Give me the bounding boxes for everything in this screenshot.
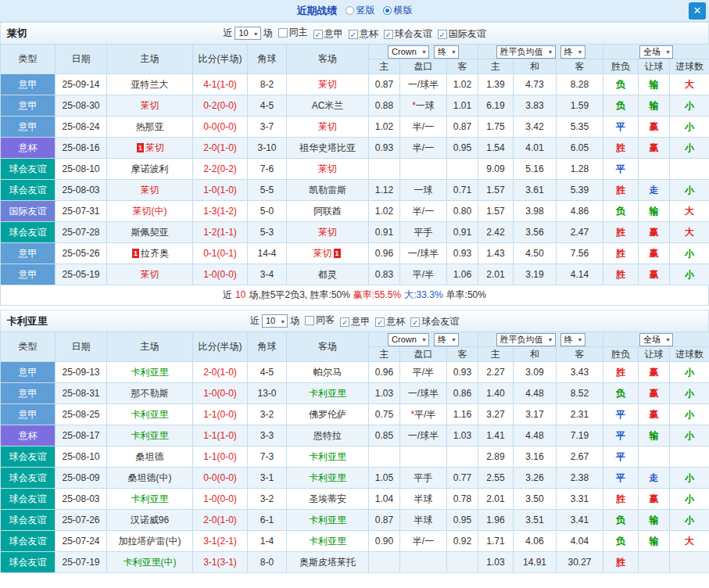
team-link[interactable]: 桑坦德(中) xyxy=(128,472,172,483)
team-link[interactable]: 莱切 xyxy=(145,142,164,153)
euro-home-odds-cell: 2.89 xyxy=(478,446,514,468)
team-link[interactable]: 莱切 xyxy=(141,269,159,280)
filter-checkbox[interactable]: ✓意甲 xyxy=(313,27,343,41)
radio-vertical-icon[interactable] xyxy=(346,6,354,15)
checkbox-icon[interactable] xyxy=(278,28,288,38)
team-link[interactable]: 帕尔马 xyxy=(313,367,342,378)
team-link[interactable]: 莱切 xyxy=(141,100,159,111)
filter-checkbox[interactable]: 同主 xyxy=(278,26,308,39)
wdl-average-select[interactable]: 胜平负均值 xyxy=(496,333,556,346)
col-euro-home: 主 xyxy=(478,347,514,362)
filter-checkbox[interactable]: ✓意杯 xyxy=(375,315,405,328)
filter-checkbox[interactable]: 同客 xyxy=(305,314,335,327)
checkbox-icon[interactable]: ✓ xyxy=(438,30,447,39)
team-link[interactable]: 圣埃蒂安 xyxy=(309,493,346,504)
team-link[interactable]: 卡利亚里(中) xyxy=(124,557,177,568)
final-odds-select[interactable]: 终 xyxy=(434,333,459,346)
league-cell: 球会友谊 xyxy=(1,159,56,180)
team-link[interactable]: 莱切 xyxy=(318,79,337,90)
date-cell: 25-08-09 xyxy=(56,468,107,489)
team-link[interactable]: 祖华史塔比亚 xyxy=(299,142,356,153)
asian-home-odds-cell: 0.91 xyxy=(369,222,400,243)
close-button[interactable]: ✕ xyxy=(689,2,706,20)
bookmaker-select[interactable]: Crown xyxy=(388,333,429,346)
col-result: 胜负 xyxy=(603,347,639,362)
final-odds-select[interactable]: 终 xyxy=(560,45,585,59)
team-link[interactable]: 莱切 xyxy=(318,121,337,132)
team-link[interactable]: 卡利亚里 xyxy=(309,451,346,462)
team-link[interactable]: 亚特兰大 xyxy=(131,79,169,90)
team-link[interactable]: 都灵 xyxy=(318,269,337,280)
team-link[interactable]: 卡利亚里 xyxy=(131,493,169,504)
final-odds-select[interactable]: 终 xyxy=(434,45,459,59)
table-row: 意甲25-08-24热那亚0-0(0-0)3-7莱切1.02半/一0.871.7… xyxy=(1,117,709,138)
filter-checkbox[interactable]: ✓意杯 xyxy=(349,27,378,41)
table-row: 意甲25-08-25卡利亚里1-1(0-0)3-2佛罗伦萨0.75*平/半1.1… xyxy=(1,404,709,425)
euro-home-odds-cell: 2.42 xyxy=(478,222,514,243)
radio-horizontal[interactable]: 横版 xyxy=(383,4,413,17)
checkbox-icon[interactable]: ✓ xyxy=(349,30,358,39)
goals-result-cell: 小 xyxy=(670,180,709,201)
goals-result-cell: 小 xyxy=(670,117,709,138)
team-link[interactable]: 莱切 xyxy=(318,163,337,174)
team-link[interactable]: 佛罗伦萨 xyxy=(309,409,346,420)
radio-horizontal-icon[interactable] xyxy=(383,6,392,15)
team-link[interactable]: 热那亚 xyxy=(136,121,164,132)
score-cell: 1-2(1-1) xyxy=(193,222,248,243)
team-link[interactable]: 莱切 xyxy=(313,248,332,259)
team-link[interactable]: 那不勒斯 xyxy=(131,388,169,399)
team-link[interactable]: 奥斯皮塔莱托 xyxy=(299,557,356,568)
team-link[interactable]: 莱切 xyxy=(318,227,337,238)
team-link[interactable]: 凯勒雷斯 xyxy=(309,185,346,195)
handicap-result-cell: 赢 xyxy=(639,243,670,264)
team-link[interactable]: 斯佩契亚 xyxy=(131,227,169,238)
final-odds-select[interactable]: 终 xyxy=(560,333,585,346)
wdl-average-select[interactable]: 胜平负均值 xyxy=(496,45,556,59)
team-link[interactable]: 卡利亚里 xyxy=(309,388,346,399)
filter-checkbox[interactable]: ✓球会友谊 xyxy=(384,27,432,41)
team-link[interactable]: 莱切 xyxy=(141,185,159,195)
team-link[interactable]: 桑坦德 xyxy=(136,451,164,462)
euro-away-odds-cell: 30.27 xyxy=(557,552,603,573)
team-link[interactable]: 摩诺波利 xyxy=(131,163,169,174)
team-link[interactable]: 拉齐奥 xyxy=(141,248,169,259)
radio-vertical[interactable]: 竖版 xyxy=(346,4,375,17)
date-cell: 25-07-28 xyxy=(56,222,107,243)
checkbox-icon[interactable]: ✓ xyxy=(410,317,420,327)
team-link[interactable]: 恩特拉 xyxy=(313,430,342,441)
goals-result-cell: 小 xyxy=(670,362,709,383)
filters: 近 10 场 同客✓意甲✓意杯✓球会友谊 xyxy=(250,314,459,328)
filter-checkbox[interactable]: ✓意甲 xyxy=(340,315,370,328)
team-link[interactable]: 卡利亚里 xyxy=(309,514,346,525)
fullmatch-select[interactable]: 全场 xyxy=(639,333,673,346)
table-row: 球会友谊25-07-26汉诺威962-0(1-0)6-1卡利亚里0.87半球0.… xyxy=(1,510,709,531)
match-count-select[interactable]: 10 xyxy=(262,314,288,328)
checkbox-icon[interactable]: ✓ xyxy=(375,317,385,327)
checkbox-icon[interactable]: ✓ xyxy=(340,317,349,327)
team-link[interactable]: 卡利亚里 xyxy=(309,536,346,547)
match-count-select[interactable]: 10 xyxy=(235,27,260,40)
checkbox-icon[interactable] xyxy=(305,316,314,325)
team-link[interactable]: 莱切(中) xyxy=(133,206,167,217)
fullmatch-select[interactable]: 全场 xyxy=(639,45,673,59)
team-link[interactable]: 阿联酋 xyxy=(313,206,342,217)
home-team-cell: 那不勒斯 xyxy=(107,383,193,404)
team-link[interactable]: 汉诺威96 xyxy=(131,514,169,525)
team-link[interactable]: 卡利亚里 xyxy=(309,472,346,483)
team-link[interactable]: 加拉塔萨雷(中) xyxy=(119,536,181,547)
topbar: 近期战绩 竖版 横版 ✕ xyxy=(0,0,709,22)
checkbox-icon[interactable]: ✓ xyxy=(384,30,393,39)
home-team-cell: 莱切 xyxy=(107,264,193,285)
asian-home-odds-cell: 0.88 xyxy=(369,95,400,117)
checkbox-icon[interactable]: ✓ xyxy=(313,30,323,39)
team-link[interactable]: AC米兰 xyxy=(312,100,344,111)
away-team-cell: AC米兰 xyxy=(287,95,369,117)
team-link[interactable]: 卡利亚里 xyxy=(131,409,169,420)
filter-checkbox[interactable]: ✓球会友谊 xyxy=(410,315,459,328)
bookmaker-select[interactable]: Crown xyxy=(388,45,429,59)
home-team-cell: 莱切(中) xyxy=(107,201,193,222)
filter-checkbox[interactable]: ✓国际友谊 xyxy=(438,27,486,41)
team-link[interactable]: 卡利亚里 xyxy=(131,367,169,378)
asian-home-odds-cell: 0.85 xyxy=(369,425,400,446)
team-link[interactable]: 卡利亚里 xyxy=(131,430,169,441)
